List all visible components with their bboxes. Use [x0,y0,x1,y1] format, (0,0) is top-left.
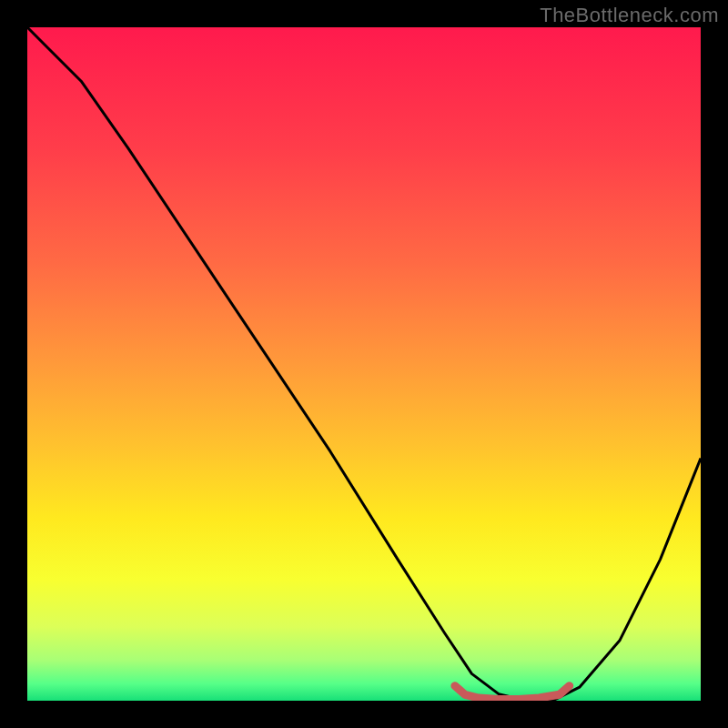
watermark-text: TheBottleneck.com [540,4,719,27]
chart-svg [27,27,701,701]
bottleneck-chart [27,27,701,701]
chart-background [27,27,701,701]
